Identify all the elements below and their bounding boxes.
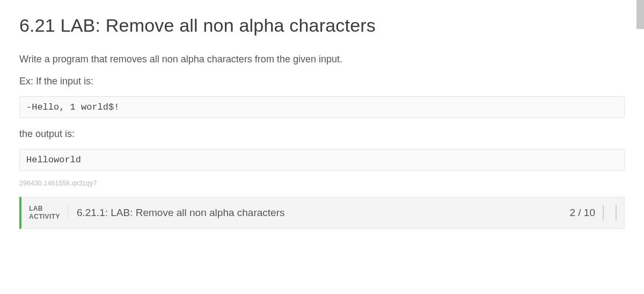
output-intro: the output is: bbox=[19, 127, 625, 141]
instruction-text: Write a program that removes all non alp… bbox=[19, 52, 625, 67]
page-title: 6.21 LAB: Remove all non alpha character… bbox=[19, 15, 625, 36]
example-intro: Ex: If the input is: bbox=[19, 74, 625, 89]
activity-score: 2 / 10 bbox=[569, 207, 601, 219]
example-input-block: -Hello, 1 world$! bbox=[19, 96, 625, 118]
scrollbar-thumb[interactable] bbox=[636, 0, 644, 29]
example-output-block: Helloworld bbox=[19, 149, 625, 171]
activity-tag: LAB ACTIVITY bbox=[29, 205, 68, 221]
activity-tag-line1: LAB bbox=[29, 205, 60, 213]
activity-tag-line2: ACTIVITY bbox=[29, 213, 60, 221]
activity-title: 6.21.1: LAB: Remove all non alpha charac… bbox=[68, 207, 570, 219]
trace-id: 296430.1461558.qx3zqy7 bbox=[19, 180, 625, 187]
activity-banner[interactable]: LAB ACTIVITY 6.21.1: LAB: Remove all non… bbox=[19, 197, 625, 229]
bookmark-icon[interactable] bbox=[603, 205, 617, 221]
lab-page: 6.21 LAB: Remove all non alpha character… bbox=[0, 0, 644, 294]
